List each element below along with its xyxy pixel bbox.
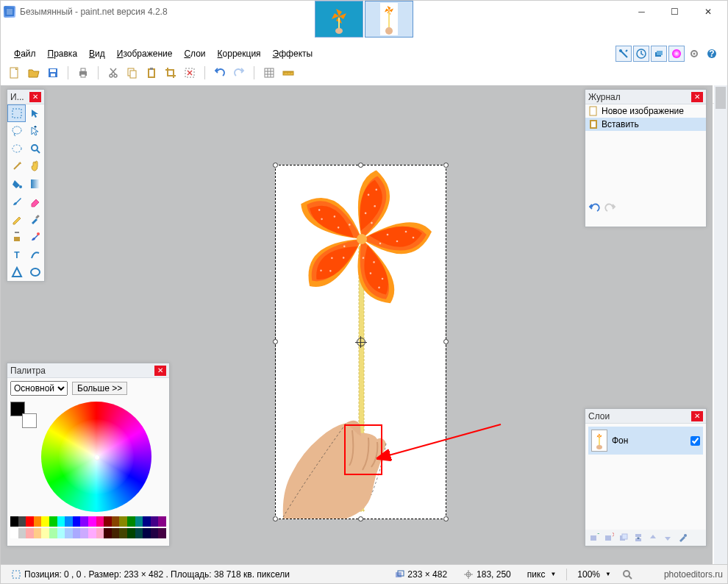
thumbnail-2-active[interactable] bbox=[365, 1, 413, 38]
thumbnail-1[interactable] bbox=[315, 1, 363, 38]
svg-rect-53 bbox=[590, 107, 596, 115]
menu-effects[interactable]: Эффекты bbox=[267, 47, 319, 60]
palette-row-1[interactable] bbox=[10, 516, 166, 527]
document-thumbnails bbox=[315, 0, 413, 30]
toggle-tools-icon[interactable] bbox=[615, 46, 632, 62]
menu-view[interactable]: Вид bbox=[83, 47, 111, 60]
svg-rect-20 bbox=[81, 68, 85, 71]
text-tool[interactable]: T bbox=[7, 246, 26, 263]
toggle-colors-icon[interactable] bbox=[668, 46, 685, 62]
menu-adjustments[interactable]: Коррекция bbox=[212, 47, 267, 60]
color-picker-tool[interactable] bbox=[26, 210, 44, 228]
line-tool[interactable] bbox=[26, 246, 44, 263]
history-item-paste[interactable]: Вставить bbox=[585, 118, 706, 131]
paint-bucket-tool[interactable] bbox=[7, 175, 26, 193]
zoom-tool[interactable] bbox=[26, 140, 44, 157]
pencil-tool[interactable] bbox=[7, 210, 26, 228]
svg-point-52 bbox=[31, 268, 40, 276]
more-button[interactable]: Больше >> bbox=[72, 382, 127, 395]
title-bar: Безымянный - paint.net версия 4.2.8 ─ ☐ … bbox=[1, 1, 727, 23]
window-controls: ─ ☐ ✕ bbox=[625, 1, 724, 22]
pan-tool[interactable] bbox=[26, 157, 44, 175]
canvas[interactable] bbox=[275, 165, 446, 519]
deselect-icon[interactable] bbox=[183, 66, 196, 79]
eraser-tool[interactable] bbox=[26, 193, 44, 210]
new-file-icon[interactable] bbox=[8, 66, 21, 79]
color-wheel[interactable] bbox=[41, 402, 151, 512]
gear-icon[interactable] bbox=[686, 46, 702, 62]
close-icon[interactable]: ✕ bbox=[154, 366, 166, 376]
duplicate-layer-icon[interactable] bbox=[616, 531, 631, 544]
undo-icon[interactable] bbox=[588, 203, 600, 215]
svg-point-44 bbox=[13, 145, 21, 152]
paintbrush-tool[interactable] bbox=[7, 193, 26, 210]
svg-rect-28 bbox=[150, 68, 153, 70]
palette-row-2[interactable] bbox=[10, 528, 166, 538]
paste-icon[interactable] bbox=[145, 66, 158, 79]
save-file-icon[interactable] bbox=[46, 66, 60, 79]
close-button[interactable]: ✕ bbox=[691, 1, 724, 22]
move-down-icon[interactable] bbox=[660, 531, 675, 544]
menu-edit[interactable]: Правка bbox=[42, 47, 84, 60]
primary-secondary-swatches[interactable] bbox=[10, 402, 37, 512]
layer-row[interactable]: Фон bbox=[588, 427, 703, 455]
layer-properties-icon[interactable] bbox=[675, 531, 690, 544]
copy-icon[interactable] bbox=[126, 66, 139, 79]
recolor-tool[interactable] bbox=[26, 228, 44, 246]
close-icon[interactable]: ✕ bbox=[691, 411, 703, 421]
minimize-button[interactable]: ─ bbox=[625, 1, 658, 22]
crop-icon[interactable] bbox=[164, 66, 177, 79]
svg-rect-63 bbox=[622, 534, 627, 539]
svg-point-46 bbox=[19, 185, 22, 188]
print-icon[interactable] bbox=[76, 66, 90, 79]
lasso-tool[interactable] bbox=[7, 122, 26, 140]
status-zoom[interactable]: 100% bbox=[577, 569, 600, 580]
tools-panel: И...✕ T bbox=[7, 89, 45, 282]
merge-down-icon[interactable] bbox=[631, 531, 646, 544]
history-panel-title: Журнал bbox=[588, 92, 691, 102]
redo-icon[interactable] bbox=[604, 203, 616, 215]
svg-rect-64 bbox=[635, 534, 641, 537]
menu-image[interactable]: Изображение bbox=[111, 47, 179, 60]
toggle-layers-icon[interactable] bbox=[651, 46, 667, 62]
ruler-icon[interactable] bbox=[282, 66, 295, 79]
cut-icon[interactable] bbox=[107, 66, 120, 79]
toggle-history-icon[interactable] bbox=[633, 46, 649, 62]
menu-layers[interactable]: Слои bbox=[178, 47, 211, 60]
move-up-icon[interactable] bbox=[646, 531, 660, 544]
svg-point-37 bbox=[379, 243, 382, 245]
menu-file[interactable]: Файл bbox=[8, 47, 42, 60]
grid-icon[interactable] bbox=[263, 66, 276, 79]
layer-visibility-checkbox[interactable] bbox=[690, 436, 700, 446]
status-position: Позиция: 0 , 0 . Размер: 233 × 482 . Пло… bbox=[24, 569, 290, 580]
ellipse-select-tool[interactable] bbox=[7, 140, 26, 157]
vertical-scrollbar[interactable] bbox=[714, 85, 727, 564]
history-item-new[interactable]: Новое изображение bbox=[585, 104, 706, 118]
status-units[interactable]: пикс bbox=[527, 569, 546, 580]
svg-rect-30 bbox=[265, 68, 274, 77]
maximize-button[interactable]: ☐ bbox=[658, 1, 691, 22]
help-icon[interactable]: ? bbox=[704, 46, 720, 62]
zoom-icon[interactable] bbox=[621, 569, 633, 580]
close-icon[interactable]: ✕ bbox=[691, 92, 703, 102]
move-pixels-tool[interactable] bbox=[26, 122, 44, 140]
window-title: Безымянный - paint.net версия 4.2.8 bbox=[20, 7, 168, 17]
shapes-tool[interactable] bbox=[7, 263, 26, 281]
tools-panel-title: И... bbox=[10, 92, 29, 102]
rect-select-tool[interactable] bbox=[7, 104, 26, 122]
redo-icon[interactable] bbox=[232, 66, 246, 79]
close-icon[interactable]: ✕ bbox=[29, 92, 41, 102]
add-layer-icon[interactable]: + bbox=[587, 531, 602, 544]
delete-layer-icon[interactable]: × bbox=[602, 531, 616, 544]
svg-point-71 bbox=[624, 571, 629, 577]
annotation-arrow bbox=[376, 420, 508, 464]
move-selection-tool[interactable] bbox=[26, 104, 44, 122]
undo-icon[interactable] bbox=[213, 66, 226, 79]
ellipse-tool[interactable] bbox=[26, 263, 44, 281]
gradient-tool[interactable] bbox=[26, 175, 44, 193]
open-file-icon[interactable] bbox=[27, 66, 40, 79]
clone-stamp-tool[interactable] bbox=[7, 228, 26, 246]
magic-wand-tool[interactable] bbox=[7, 157, 26, 175]
color-mode-select[interactable]: Основной bbox=[10, 381, 68, 396]
dimensions-icon bbox=[394, 569, 404, 580]
